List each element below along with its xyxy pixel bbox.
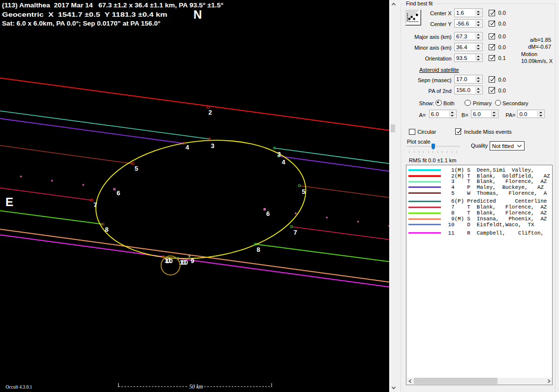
svg-text:9: 9 bbox=[191, 257, 194, 265]
svg-text:5: 5 bbox=[302, 188, 306, 195]
svg-text:7: 7 bbox=[294, 229, 297, 236]
svg-text:Occult 4.3.0.1: Occult 4.3.0.1 bbox=[6, 385, 32, 390]
svg-text:6: 6 bbox=[266, 210, 270, 217]
svg-text:Sat: 6.0 x 6.0km, PA 0.0°; Sep: Sat: 6.0 x 6.0km, PA 0.0°; Sep 0.0170" a… bbox=[2, 20, 160, 27]
svg-text:10: 10 bbox=[181, 259, 188, 266]
svg-text:7: 7 bbox=[93, 201, 97, 209]
svg-text:2: 2 bbox=[209, 109, 212, 116]
svg-text:(113) Amalthea 2017 Mar 14: (113) Amalthea 2017 Mar 14 67.3 ±1.2 x 3… bbox=[2, 1, 223, 9]
svg-text:4: 4 bbox=[282, 158, 286, 166]
svg-text:N: N bbox=[193, 8, 202, 21]
svg-text:8: 8 bbox=[257, 246, 260, 253]
svg-text:10: 10 bbox=[166, 257, 173, 265]
svg-text:8: 8 bbox=[105, 226, 108, 233]
svg-text:4: 4 bbox=[186, 144, 189, 151]
svg-text:3: 3 bbox=[278, 151, 281, 158]
svg-text:3: 3 bbox=[211, 142, 215, 150]
svg-text:50 km: 50 km bbox=[189, 384, 203, 390]
svg-text:6: 6 bbox=[117, 189, 120, 197]
svg-text:E: E bbox=[5, 195, 13, 209]
svg-text:Geocentric X 1541.7 ±0.5 Y: Geocentric X 1541.7 ±0.5 Y 1181.3 ±0.4 k… bbox=[2, 11, 167, 18]
svg-text:5: 5 bbox=[135, 165, 138, 172]
